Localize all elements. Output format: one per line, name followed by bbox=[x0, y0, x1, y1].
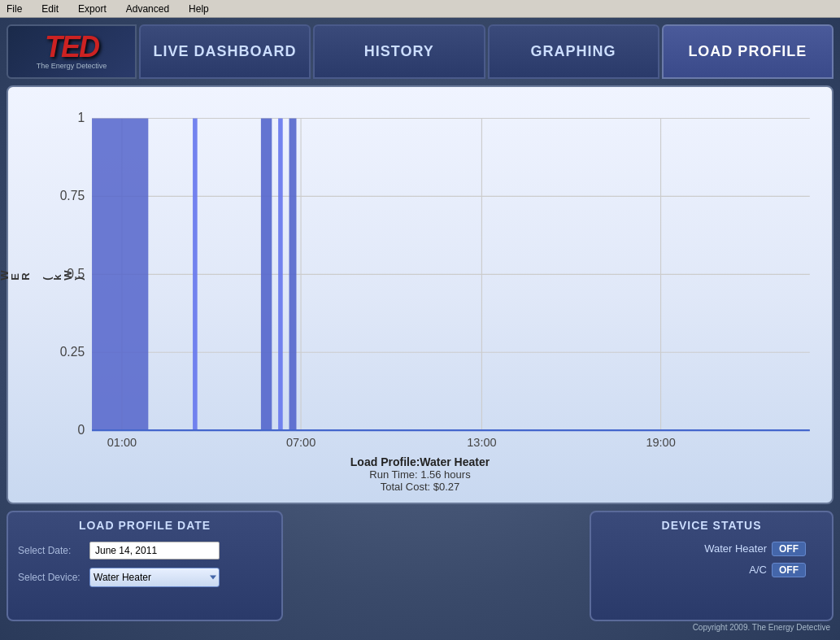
date-label: Select Date: bbox=[18, 545, 83, 556]
logo-area: TED The Energy Detective bbox=[7, 24, 137, 79]
device-label: Select Device: bbox=[18, 572, 83, 583]
menu-advanced[interactable]: Advanced bbox=[123, 2, 172, 16]
chart-container: POWER(kW) bbox=[7, 85, 833, 504]
device-status-title: DEVICE STATUS bbox=[601, 519, 822, 532]
date-input[interactable] bbox=[89, 542, 220, 559]
svg-text:0: 0 bbox=[77, 423, 85, 437]
menu-file[interactable]: File bbox=[3, 2, 25, 16]
load-profile-title: LOAD PROFILE DATE bbox=[18, 519, 272, 532]
menu-help[interactable]: Help bbox=[185, 2, 212, 16]
svg-text:07:00: 07:00 bbox=[286, 437, 316, 449]
chart-info: Load Profile:Water Heater Run Time: 1.56… bbox=[21, 449, 819, 496]
svg-rect-22 bbox=[278, 119, 283, 431]
header: TED The Energy Detective LIVE DASHBOARD … bbox=[7, 24, 833, 79]
chart-title: Load Profile:Water Heater bbox=[21, 455, 819, 468]
svg-rect-21 bbox=[261, 119, 272, 431]
y-axis-label: POWER(kW) bbox=[21, 100, 37, 449]
ac-status: OFF bbox=[772, 563, 806, 577]
status-row-water-heater: Water Heater OFF bbox=[601, 542, 822, 556]
svg-text:0.25: 0.25 bbox=[60, 345, 85, 359]
tab-history[interactable]: HISTORY bbox=[313, 24, 485, 79]
menu-edit[interactable]: Edit bbox=[38, 2, 62, 16]
svg-text:0.75: 0.75 bbox=[60, 189, 85, 202]
date-row: Select Date: bbox=[18, 542, 272, 559]
water-heater-status: OFF bbox=[772, 542, 806, 556]
svg-rect-20 bbox=[193, 119, 198, 431]
chart-plot-area: 1 0.75 0.5 0.25 0 01:00 bbox=[37, 100, 819, 449]
logo-subtitle: The Energy Detective bbox=[37, 62, 107, 71]
device-select-wrapper: Water Heater A/C Dishwasher Dryer Refrig… bbox=[89, 568, 220, 587]
device-select[interactable]: Water Heater A/C Dishwasher Dryer Refrig… bbox=[89, 568, 220, 587]
svg-rect-23 bbox=[289, 119, 297, 431]
main-container: TED The Energy Detective LIVE DASHBOARD … bbox=[0, 18, 840, 640]
status-row-ac: A/C OFF bbox=[601, 563, 822, 577]
bottom-row: LOAD PROFILE DATE Select Date: Select De… bbox=[7, 511, 833, 621]
svg-text:19:00: 19:00 bbox=[646, 437, 675, 449]
svg-text:01:00: 01:00 bbox=[107, 437, 137, 449]
tab-live-dashboard[interactable]: LIVE DASHBOARD bbox=[139, 24, 311, 79]
menu-bar: File Edit Export Advanced Help bbox=[0, 0, 840, 18]
device-row: Select Device: Water Heater A/C Dishwash… bbox=[18, 568, 272, 587]
svg-text:13:00: 13:00 bbox=[467, 437, 496, 449]
device-status-panel: DEVICE STATUS Water Heater OFF A/C OFF bbox=[590, 511, 833, 621]
load-profile-panel: LOAD PROFILE DATE Select Date: Select De… bbox=[7, 511, 283, 621]
water-heater-name: Water Heater bbox=[704, 542, 767, 555]
copyright: Copyright 2009. The Energy Detective bbox=[7, 621, 833, 633]
svg-text:1: 1 bbox=[77, 111, 85, 124]
chart-svg: 1 0.75 0.5 0.25 0 01:00 bbox=[37, 100, 819, 449]
svg-text:0.5: 0.5 bbox=[67, 267, 85, 281]
logo-ted: TED bbox=[45, 33, 98, 62]
tab-load-profile[interactable]: LOAD PROFILE bbox=[662, 24, 833, 79]
chart-total-cost: Total Cost: $0.27 bbox=[21, 481, 819, 493]
menu-export[interactable]: Export bbox=[75, 2, 110, 16]
tabs: LIVE DASHBOARD HISTORY GRAPHING LOAD PRO… bbox=[137, 24, 833, 79]
chart-run-time: Run Time: 1.56 hours bbox=[21, 468, 819, 481]
bottom-spacer bbox=[289, 511, 583, 621]
svg-rect-19 bbox=[92, 119, 148, 431]
tab-graphing[interactable]: GRAPHING bbox=[488, 24, 659, 79]
chart-svg-container: 1 0.75 0.5 0.25 0 01:00 bbox=[37, 100, 819, 449]
ac-name: A/C bbox=[749, 564, 767, 576]
